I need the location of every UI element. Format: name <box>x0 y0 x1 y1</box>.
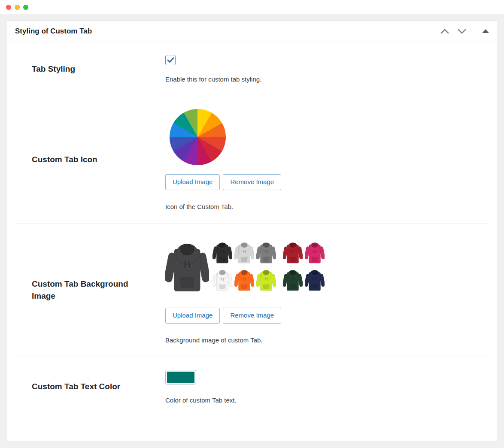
row-custom-tab-background: Custom Tab Background Image <box>15 223 489 357</box>
window-control-minimize[interactable] <box>15 5 20 10</box>
settings-rows: Tab Styling Enable this for custom tab s… <box>15 42 489 424</box>
checkmark-icon <box>167 57 174 63</box>
panel-title: Styling of Custom Tab <box>15 27 92 36</box>
hoodie-variant-image <box>234 239 254 264</box>
background-image-preview <box>165 236 325 294</box>
move-up-button[interactable] <box>439 27 450 35</box>
field-label: Tab Styling <box>15 63 165 75</box>
collapse-toggle-icon[interactable] <box>482 29 489 33</box>
hoodie-variant-image <box>305 239 325 264</box>
text-color-swatch-fill <box>167 372 194 383</box>
panel-header-controls <box>439 27 489 35</box>
remove-image-button[interactable]: Remove Image <box>223 308 281 324</box>
hoodie-variant-image <box>283 267 303 292</box>
field-label: Custom Tab Icon <box>15 154 165 166</box>
tab-styling-checkbox[interactable] <box>165 55 176 65</box>
row-custom-tab-text-color: Custom Tab Text Color Color of custom Ta… <box>15 357 489 417</box>
panel-header: Styling of Custom Tab <box>7 21 497 42</box>
hoodie-variants-grid <box>213 239 325 292</box>
field-description: Background image of custom Tab. <box>165 336 263 344</box>
panel-bottom-spacer <box>15 417 489 424</box>
settings-panel: Styling of Custom Tab Tab Styling <box>7 20 497 441</box>
field-label: Custom Tab Background Image <box>15 278 165 302</box>
hoodie-large-image <box>165 236 209 294</box>
move-down-button[interactable] <box>456 27 468 35</box>
field-description: Color of custom Tab text. <box>165 397 237 404</box>
field-label: Custom Tab Text Color <box>15 381 165 393</box>
window-titlebar <box>0 0 504 14</box>
remove-image-button[interactable]: Remove Image <box>223 174 281 190</box>
hoodie-variant-image <box>305 267 325 292</box>
hoodie-variant-image <box>213 267 232 292</box>
window-control-close[interactable] <box>6 5 11 10</box>
upload-image-button[interactable]: Upload Image <box>165 174 220 190</box>
hoodie-variant-image <box>234 267 254 292</box>
window-control-zoom[interactable] <box>23 5 28 10</box>
app-window: Styling of Custom Tab Tab Styling <box>0 0 504 448</box>
hoodie-variant-image <box>213 239 232 264</box>
hoodie-variant-image <box>256 267 276 292</box>
chevron-down-icon <box>457 28 467 34</box>
upload-image-button[interactable]: Upload Image <box>165 308 220 324</box>
chevron-up-icon <box>440 28 449 34</box>
color-wheel-image <box>170 109 226 165</box>
row-custom-tab-icon: Custom Tab Icon Upload Image Remove Imag… <box>15 96 489 223</box>
field-description: Enable this for custom tab styling. <box>165 76 261 83</box>
text-color-swatch[interactable] <box>165 370 196 384</box>
row-tab-styling: Tab Styling Enable this for custom tab s… <box>15 42 489 96</box>
hoodie-variant-image <box>283 239 303 264</box>
hoodie-variant-image <box>256 239 276 264</box>
field-description: Icon of the Custom Tab. <box>165 203 233 210</box>
